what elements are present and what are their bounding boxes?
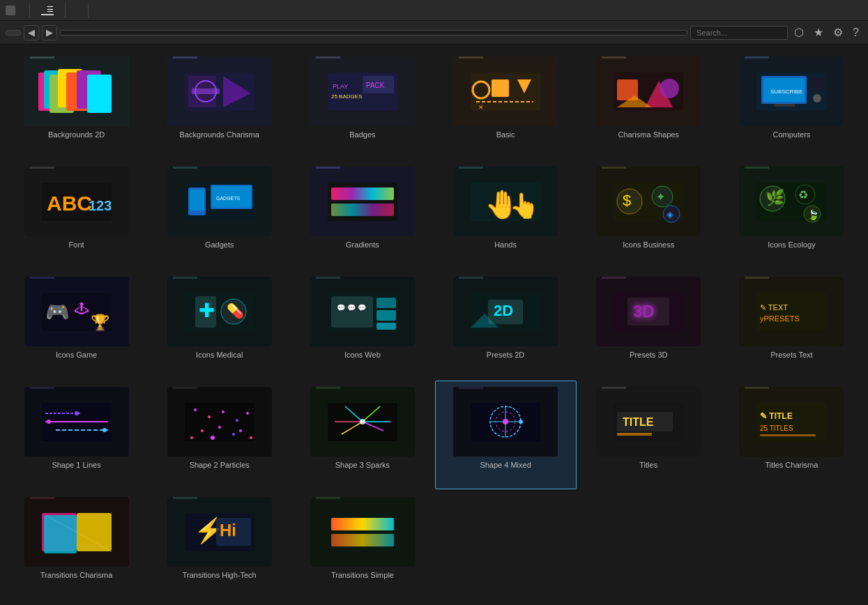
folders-button[interactable] <box>6 30 21 36</box>
forward-button[interactable]: ▶ <box>42 25 57 40</box>
svg-text:🎮: 🎮 <box>45 300 70 323</box>
svg-text:25 BADGES: 25 BADGES <box>331 93 362 100</box>
folder-label: Titles <box>639 461 657 469</box>
svg-point-106 <box>211 436 215 440</box>
svg-point-103 <box>218 426 221 429</box>
folder-thumbnail <box>596 56 701 126</box>
folder-item-sh1[interactable]: Shape 1 Lines <box>6 381 147 489</box>
composition-tab[interactable] <box>6 6 18 15</box>
thumb-content: ✎ TEXT yPRESETS <box>739 277 844 346</box>
folder-item-iconsbiz[interactable]: $ ✦ ◈ Icons Business <box>578 160 719 269</box>
folder-item-sh4[interactable]: Shape 4 Mixed <box>435 381 577 489</box>
svg-rect-142 <box>331 518 394 530</box>
viewer-menu-icon[interactable]: ☰ <box>47 5 54 14</box>
folder-label: Charisma Shapes <box>618 130 679 139</box>
svg-text:🕹: 🕹 <box>75 301 89 316</box>
svg-rect-34 <box>774 104 795 107</box>
folder-item-iconsmed[interactable]: ✚ 💊 Icons Medical <box>149 270 290 379</box>
folder-label: Titles Charisma <box>765 461 818 469</box>
folder-item-pre2d[interactable]: 2D Presets 2D <box>435 270 577 379</box>
svg-point-97 <box>194 408 197 411</box>
divider-2 <box>65 3 66 17</box>
plugin-icon-btn[interactable]: ⬡ <box>791 24 807 40</box>
svg-point-102 <box>201 429 204 432</box>
thumb-content <box>167 56 272 126</box>
svg-text:GADGETS: GADGETS <box>216 196 241 201</box>
folder-item-titchar[interactable]: ✎ TITLE 25 TITLES Titles Charisma <box>721 381 862 489</box>
folder-label: Backgrounds Charisma <box>180 130 259 139</box>
folder-thumbnail: 3D <box>596 277 701 346</box>
folder-item-font[interactable]: ABC 123 Font <box>6 160 147 269</box>
folder-item-sh3[interactable]: Shape 3 Sparks <box>291 381 433 489</box>
svg-point-94 <box>75 411 79 415</box>
viewer-tab[interactable]: ☰ <box>41 5 54 15</box>
svg-text:✎ TITLE: ✎ TITLE <box>760 411 793 421</box>
folder-label: Transitions High-Tech <box>183 571 257 579</box>
svg-point-93 <box>47 420 51 424</box>
folder-item-pretext[interactable]: ✎ TEXT yPRESETS Presets Text <box>721 270 862 379</box>
folder-item-trsimple[interactable]: Transitions Simple <box>291 491 433 599</box>
svg-rect-77 <box>376 310 396 321</box>
folder-thumbnail: TITLE <box>596 387 701 457</box>
folder-item-bg2d[interactable]: Backgrounds 2D <box>6 50 147 159</box>
svg-text:25 TITLES: 25 TITLES <box>760 424 793 432</box>
folder-item-chshapes[interactable]: Charisma Shapes <box>578 50 719 159</box>
thumb-content: 2D <box>453 277 558 346</box>
thumb-content: 🎮 🕹 🏆 <box>24 277 129 346</box>
folder-item-badges[interactable]: PLAY 25 BADGES PACK Badges <box>291 50 433 159</box>
back-button[interactable]: ◀ <box>24 25 39 40</box>
svg-point-95 <box>102 428 107 432</box>
folder-thumbnail <box>24 387 129 457</box>
folder-item-trchar[interactable]: Transitions Charisma <box>6 491 147 599</box>
folder-label: Shape 3 Sparks <box>335 461 390 469</box>
svg-rect-11 <box>192 89 220 94</box>
folder-item-basic[interactable]: ✕ Basic <box>435 50 577 159</box>
folder-item-titles[interactable]: TITLE Titles <box>578 381 719 489</box>
folder-thumbnail: 💬 💬 💬 <box>310 277 415 346</box>
folder-item-iconsgame[interactable]: 🎮 🕹 🏆 Icons Game <box>6 270 147 379</box>
folder-item-trhitech[interactable]: ⚡ Hi Transitions High-Tech <box>149 491 290 599</box>
svg-text:✦: ✦ <box>656 191 665 203</box>
svg-point-107 <box>239 429 242 432</box>
folder-label: Gradients <box>346 240 379 249</box>
folder-label: Font <box>69 240 84 249</box>
folder-item-comp[interactable]: SUBSCRIBE Computers <box>721 50 862 159</box>
svg-point-99 <box>222 411 224 413</box>
svg-rect-18 <box>492 79 509 97</box>
svg-point-116 <box>360 419 365 424</box>
help-icon-btn[interactable]: ? <box>849 25 862 40</box>
thumb-content: ABC 123 <box>24 167 129 236</box>
folder-thumbnail: PLAY 25 BADGES PACK <box>310 56 415 126</box>
folder-item-sh2[interactable]: Shape 2 Particles <box>149 381 290 489</box>
folder-label: Icons Web <box>344 351 381 359</box>
svg-text:PACK: PACK <box>366 82 385 89</box>
folder-item-pre3d[interactable]: 3D Presets 3D <box>578 270 719 379</box>
folder-label: Shape 2 Particles <box>190 461 250 469</box>
folder-item-gadgets[interactable]: GADGETS Gadgets <box>149 160 290 269</box>
svg-text:✚: ✚ <box>199 300 215 321</box>
folder-item-bgch[interactable]: Backgrounds Charisma <box>149 50 290 159</box>
svg-text:💬 💬 💬: 💬 💬 💬 <box>337 303 367 312</box>
folder-thumbnail: 2D <box>453 277 558 346</box>
star-icon-btn[interactable]: ★ <box>810 24 827 40</box>
svg-text:3D: 3D <box>633 302 655 321</box>
svg-point-101 <box>246 412 249 415</box>
svg-rect-76 <box>376 298 396 308</box>
svg-text:💊: 💊 <box>227 302 244 319</box>
folder-thumbnail: ABC 123 <box>24 167 129 236</box>
thumb-content <box>453 387 558 457</box>
folder-item-iconsweb[interactable]: 💬 💬 💬 Icons Web <box>291 270 433 379</box>
svg-rect-78 <box>376 323 396 330</box>
folder-item-iconseco[interactable]: 🌿 ♻ 🍃 Icons Ecology <box>721 160 862 269</box>
svg-point-105 <box>190 436 193 439</box>
svg-text:123: 123 <box>89 198 112 213</box>
settings-icon-btn[interactable]: ⚙ <box>830 24 846 40</box>
folder-item-hands[interactable]: 🤚 👆 Hands <box>435 160 577 269</box>
svg-text:✎ TEXT: ✎ TEXT <box>760 303 788 312</box>
svg-point-122 <box>503 419 508 424</box>
svg-point-98 <box>208 415 211 418</box>
folder-item-grad[interactable]: Gradients <box>291 160 433 269</box>
search-input[interactable] <box>690 26 788 40</box>
path-display <box>60 30 687 36</box>
thumb-content <box>310 497 415 567</box>
